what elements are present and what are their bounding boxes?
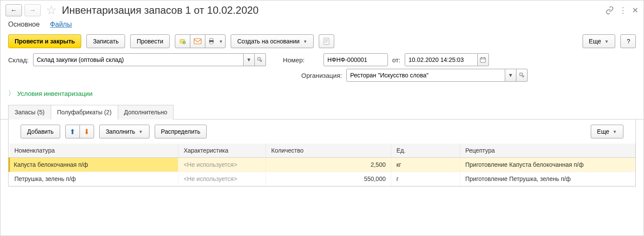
move-down-button[interactable]: ⬇ [79, 125, 94, 138]
create-based-on-button[interactable]: Создать на основании ▼ [231, 34, 314, 48]
svg-text:+: + [184, 42, 185, 44]
distribute-button[interactable]: Распределить [155, 125, 207, 138]
date-label: от: [392, 56, 400, 64]
chevron-down-icon: ▼ [219, 39, 223, 44]
conditions-expander[interactable]: 〉 Условия инвентаризации [0, 88, 644, 104]
org-input[interactable] [346, 69, 505, 82]
warehouse-input[interactable] [33, 53, 244, 66]
col-nomenclature[interactable]: Номенклатура [9, 144, 178, 158]
table-row[interactable]: Капуста белокочанная п/ф <Не используетс… [9, 158, 635, 172]
print-button[interactable]: ▼ [205, 34, 226, 48]
chevron-down-icon: ▼ [604, 39, 609, 44]
warehouse-label: Склад: [8, 56, 29, 64]
link-icon[interactable] [605, 6, 614, 15]
svg-rect-7 [324, 38, 329, 45]
org-open-button[interactable] [516, 69, 528, 82]
col-qty[interactable]: Количество [266, 144, 391, 158]
number-input[interactable] [324, 53, 388, 66]
email-button[interactable] [190, 34, 205, 48]
tab-stocks[interactable]: Запасы (5) [8, 105, 51, 120]
items-table: Номенклатура Характеристика Количество Е… [9, 144, 635, 186]
col-unit[interactable]: Ед. [391, 144, 460, 158]
org-label: Организация: [301, 72, 342, 79]
org-dropdown-button[interactable]: ▼ [505, 69, 516, 82]
fill-button[interactable]: Заполнить ▼ [99, 125, 150, 138]
page-title: Инвентаризация запасов 1 от 10.02.2020 [62, 4, 259, 16]
tab-main[interactable]: Основное [8, 21, 40, 28]
calendar-button[interactable] [478, 53, 489, 66]
col-characteristic[interactable]: Характеристика [178, 144, 266, 158]
svg-rect-6 [210, 42, 213, 44]
tab-files[interactable]: Файлы [50, 21, 72, 28]
tab-additional[interactable]: Дополнительно [118, 105, 174, 120]
post-and-close-button[interactable]: Провести и закрыть [8, 34, 81, 48]
warehouse-open-button[interactable] [255, 53, 266, 66]
close-icon[interactable]: ✕ [632, 6, 638, 15]
svg-rect-5 [210, 38, 213, 40]
nav-back-button[interactable]: ← [6, 4, 22, 16]
more-button[interactable]: Еще ▼ [583, 34, 615, 48]
svg-rect-3 [194, 39, 201, 44]
table-row[interactable]: Петрушка, зелень п/ф <Не используется> 5… [9, 172, 635, 186]
attach-button[interactable]: + [175, 34, 190, 48]
more-icon[interactable]: ⋮ [619, 6, 627, 15]
svg-rect-12 [480, 58, 485, 63]
save-button[interactable]: Записать [86, 34, 125, 48]
chevron-down-icon: ▼ [303, 39, 307, 44]
table-more-button[interactable]: Еще ▼ [591, 125, 623, 138]
chevron-right-icon: 〉 [8, 89, 15, 98]
chevron-down-icon: ▼ [613, 129, 617, 134]
chevron-down-icon: ▼ [139, 129, 143, 134]
move-up-button[interactable]: ⬆ [65, 125, 80, 138]
date-input[interactable] [405, 53, 478, 66]
favorite-star-icon[interactable]: ☆ [46, 3, 57, 17]
col-recipe[interactable]: Рецептура [460, 144, 635, 158]
warehouse-dropdown-button[interactable]: ▼ [244, 53, 255, 66]
add-row-button[interactable]: Добавить [21, 125, 60, 138]
help-button[interactable]: ? [620, 34, 636, 48]
post-button[interactable]: Провести [130, 34, 170, 48]
tab-semifinished[interactable]: Полуфабрикаты (2) [51, 105, 118, 120]
nav-forward-button[interactable]: → [24, 4, 41, 16]
number-label: Номер: [283, 56, 305, 64]
report-button[interactable] [319, 34, 334, 48]
